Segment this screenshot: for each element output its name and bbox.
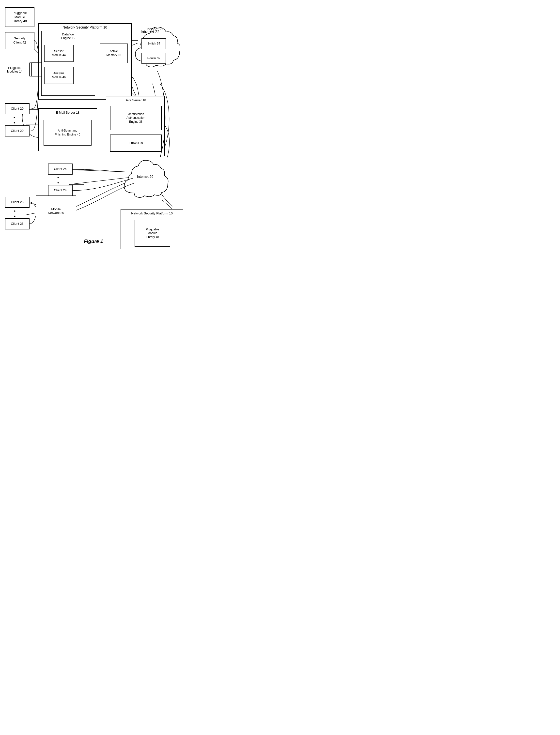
firewall-box: Firewall 36 [110, 135, 162, 152]
sensor-module: Sensor Module 44 [44, 45, 74, 62]
email-server-outer: E-Mail Server 18 Anti-Spam and Phishing … [38, 108, 97, 151]
anti-spam-box: Anti-Spam and Phishing Engine 40 [44, 120, 92, 146]
data-server-label: Data Server 18 [106, 98, 164, 102]
dataflow-engine-box: Dataflow Engine 12 Sensor Module 44 Anal… [41, 31, 95, 96]
security-client: Security Client 42 [5, 32, 34, 49]
analysis-module: Analysis Module 46 [44, 67, 74, 84]
dataflow-engine-label: Dataflow Engine 12 [42, 32, 95, 40]
data-server-outer: Data Server 18 Identification Authentica… [106, 96, 165, 156]
id-auth-engine-box: Identification Authentication Engine 38 [110, 106, 162, 130]
client24-bottom: Client 24 [48, 185, 73, 196]
pluggable-modules-label: Pluggable Modules 14 [2, 66, 27, 73]
client20-top: Client 20 [5, 103, 30, 114]
nsp-bottom-label: Network Security Platform 10 [121, 212, 183, 215]
router-box: Router 32 [141, 53, 166, 64]
intranet-cloud: Intranet 22 Intranet 22 Switch 34 Router… [130, 20, 180, 71]
client20-bottom: Client 20 [5, 125, 30, 137]
diagram: Pluggable Module Library 48 Security Cli… [0, 0, 187, 236]
client28-top: Client 28 [5, 197, 30, 208]
client24-top: Client 24 [48, 164, 73, 175]
nsp-top-outer: Network Security Platform 10 Dataflow En… [38, 23, 132, 100]
switch-box: Switch 34 [141, 38, 166, 49]
nsp-top-label: Network Security Platform 10 [39, 25, 131, 29]
internet-cloud-svg [121, 157, 170, 201]
internet-cloud: Internet 26 [121, 157, 170, 201]
active-memory: Active Memory 16 [100, 44, 128, 63]
svg-text:Intranet 22: Intranet 22 [141, 30, 160, 34]
pluggable-module-library-top: Pluggable Module Library 48 [5, 7, 34, 27]
pluggable-module-library-bottom-box: Pluggable Module Library 48 [135, 220, 170, 247]
mobile-network-outer: Mobile Network 30 [36, 196, 76, 226]
email-server-label: E-Mail Server 18 [39, 111, 97, 114]
client28-bottom: Client 28 [5, 218, 30, 230]
nsp-bottom-outer: Network Security Platform 10 Pluggable M… [121, 209, 183, 249]
